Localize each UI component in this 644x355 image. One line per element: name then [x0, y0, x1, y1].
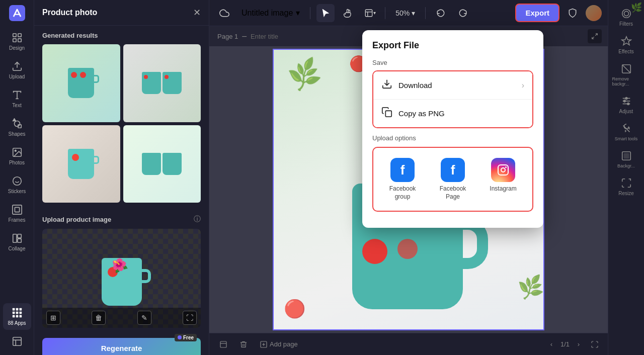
fit-page-btn[interactable] — [588, 337, 602, 351]
page-separator: – — [242, 32, 247, 41]
facebook-page-icon: f — [441, 158, 465, 182]
copy-png-option[interactable]: Copy as PNG — [373, 99, 532, 127]
hand-icon — [343, 9, 352, 18]
facebook-group-label: Facebook group — [381, 185, 424, 201]
export-button[interactable]: Export — [515, 4, 559, 22]
regenerate-button[interactable]: Free Regenerate — [42, 338, 201, 355]
right-item-effects[interactable]: Effects — [610, 32, 642, 58]
sidebar-item-shapes[interactable]: Shapes — [3, 114, 31, 141]
left-sidebar: Design Upload Text Shapes Photos Sticke — [0, 0, 34, 355]
save-options-box: Download › Copy as PNG — [372, 70, 533, 128]
redo-btn[interactable] — [454, 4, 472, 22]
svg-rect-3 — [13, 39, 16, 42]
top-bar-right: Export — [515, 4, 602, 22]
svg-rect-55 — [624, 153, 628, 158]
add-page-btn[interactable]: Add page — [256, 338, 302, 350]
page-label: Page 1 — [217, 33, 238, 40]
add-page-label: Add page — [270, 340, 298, 348]
upload-area[interactable]: 🌺 ⊞ 🗑 ✎ ⛶ — [42, 229, 201, 328]
svg-rect-19 — [17, 234, 21, 238]
generated-thumb-4[interactable] — [123, 125, 201, 203]
instagram-option[interactable]: Instagram — [480, 154, 526, 205]
sidebar-item-text[interactable]: Text — [3, 85, 31, 112]
upload-delete-btn[interactable]: 🗑 — [92, 311, 106, 325]
layout-icon — [364, 9, 373, 18]
shield-btn[interactable] — [564, 4, 582, 22]
sidebar-item-design[interactable]: Design — [3, 28, 31, 55]
berry-decoration-3: 🔴 — [284, 299, 306, 319]
upload-grid-btn[interactable]: ⊞ — [46, 311, 60, 325]
page-thumbnail-btn[interactable] — [215, 338, 231, 350]
doc-title-area[interactable]: Untitled image ▾ — [237, 6, 304, 20]
hand-tool-btn[interactable] — [339, 4, 357, 22]
svg-point-53 — [627, 103, 629, 105]
generated-thumb-2[interactable] — [123, 44, 201, 122]
undo-btn[interactable] — [432, 4, 450, 22]
effects-icon — [621, 36, 632, 47]
sidebar-item-extra[interactable] — [3, 332, 31, 351]
svg-rect-24 — [12, 312, 15, 314]
toolbar-divider-1 — [310, 7, 310, 19]
svg-rect-33 — [365, 10, 372, 17]
app-logo[interactable] — [8, 4, 26, 22]
facebook-group-option[interactable]: f Facebook group — [379, 154, 426, 205]
svg-rect-27 — [12, 315, 15, 318]
prev-page-btn[interactable]: ‹ — [544, 337, 558, 351]
svg-point-59 — [501, 168, 505, 172]
right-item-resize[interactable]: Resize — [610, 173, 642, 200]
upload-controls: ⊞ 🗑 ✎ ⛶ — [42, 308, 201, 328]
next-page-btn[interactable]: › — [572, 337, 586, 351]
upload-edit-btn[interactable]: ✎ — [137, 311, 151, 325]
delete-page-btn[interactable] — [235, 338, 252, 350]
select-tool-btn[interactable] — [316, 4, 335, 22]
download-icon — [381, 78, 392, 92]
download-option[interactable]: Download › — [373, 71, 532, 99]
toolbar-divider-2 — [385, 7, 385, 19]
generated-thumb-1[interactable]: 🌿 — [42, 44, 120, 122]
svg-rect-36 — [220, 341, 226, 347]
sidebar-item-apps[interactable]: 88 Apps — [3, 303, 31, 330]
generated-label: Generated results — [42, 32, 201, 39]
svg-line-44 — [622, 65, 630, 73]
right-item-background[interactable]: Backgr... — [610, 146, 642, 172]
resize-icon — [621, 178, 632, 189]
sidebar-item-upload[interactable]: Upload — [3, 57, 31, 83]
right-item-adjust[interactable]: Adjust — [610, 92, 642, 118]
svg-rect-22 — [16, 308, 18, 311]
right-item-smart-tools[interactable]: Smart tools — [610, 119, 642, 145]
panel-close-button[interactable]: ✕ — [193, 7, 201, 18]
action-buttons: Free Regenerate Start over — [34, 334, 209, 355]
export-modal: Export File Save Download › — [362, 30, 543, 228]
trash-icon — [239, 340, 248, 348]
upload-expand-btn[interactable]: ⛶ — [183, 311, 197, 325]
sidebar-item-photos[interactable]: Photos — [3, 143, 31, 169]
download-option-left: Download — [381, 78, 432, 92]
facebook-page-option[interactable]: f Facebook Page — [430, 154, 476, 205]
bottom-bar: Add page ‹ 1/1 › — [209, 333, 608, 355]
svg-rect-18 — [13, 234, 16, 243]
upload-options-box: f Facebook group f Facebook Page — [372, 147, 533, 212]
cloud-save-btn[interactable] — [215, 4, 233, 22]
user-avatar[interactable] — [586, 5, 602, 21]
generated-thumb-3[interactable] — [42, 125, 120, 203]
panel: Product photo ✕ Generated results 🌿 — [34, 0, 209, 355]
zoom-chevron-icon: ▾ — [412, 9, 415, 17]
add-page-icon — [260, 340, 268, 348]
expand-btn[interactable] — [588, 29, 602, 43]
svg-rect-57 — [385, 111, 391, 117]
sidebar-item-stickers[interactable]: Stickers — [3, 171, 31, 198]
zoom-control[interactable]: 50% ▾ — [391, 7, 419, 19]
free-badge: Free — [175, 334, 197, 341]
svg-rect-0 — [9, 5, 25, 21]
sidebar-item-frames[interactable]: Frames — [3, 200, 31, 227]
layout-btn[interactable]: ▾ — [361, 4, 379, 22]
svg-rect-28 — [16, 315, 18, 318]
top-bar: Untitled image ▾ ▾ 50% ▾ — [209, 0, 608, 26]
right-item-remove-bg[interactable]: Remove backgr... — [610, 59, 642, 91]
page-title-input[interactable] — [251, 33, 335, 40]
layout-chevron-icon: ▾ — [373, 10, 376, 16]
sidebar-item-collage[interactable]: Collage — [3, 229, 31, 255]
upload-label-row: Upload product image ⓘ — [42, 215, 201, 224]
info-icon[interactable]: ⓘ — [194, 215, 201, 224]
svg-rect-2 — [18, 34, 21, 37]
